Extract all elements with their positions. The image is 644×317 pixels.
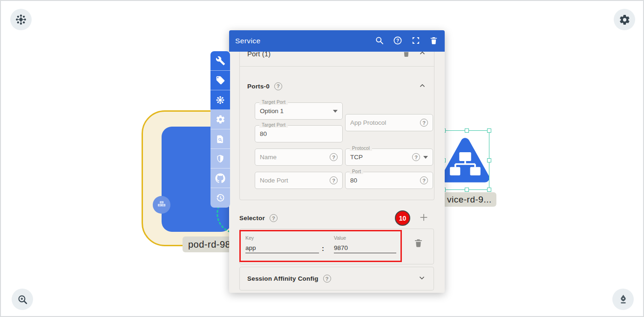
pen-nib-icon [617,294,629,305]
field-value: TCP [350,154,412,161]
help-icon[interactable]: ? [323,275,331,283]
search-icon [375,36,384,47]
toolbar-history-button[interactable] [210,188,230,208]
github-icon [215,173,225,183]
expand-button[interactable] [411,36,420,47]
search-button[interactable] [375,36,384,47]
session-affinity-card: Session Affinity Config ? [239,267,434,290]
node-toolbar [210,51,230,208]
expand-session-affinity-button[interactable] [418,274,426,283]
help-icon[interactable]: ? [330,176,338,184]
selector-value-input[interactable] [334,243,396,253]
delete-port-button[interactable] [402,52,411,59]
modal-body: Port (1) [229,52,445,293]
service-modal: Service ? [229,30,445,293]
selection-handle[interactable] [465,128,469,133]
node-port-field[interactable]: ? [255,172,343,189]
selector-title: Selector [239,215,265,222]
help-icon: ? [393,36,402,47]
gear-icon [619,14,630,26]
field-label: Target Port [259,100,288,105]
modal-header: Service ? [229,30,445,52]
zoom-in-icon [17,294,28,305]
chevron-down-icon [418,274,426,283]
delete-selector-button[interactable] [414,238,423,250]
help-icon[interactable]: ? [330,153,338,161]
app-canvas: pod-rd-98 vice-rd-9... [0,0,644,317]
port-section-title: Port (1) [247,52,271,58]
plus-icon [419,212,429,224]
collapse-port-button[interactable] [418,52,427,59]
trash-icon [414,238,423,250]
key-label: Key [245,235,254,241]
cluster-hub-icon [15,13,27,26]
ports0-title: Ports-0 [247,83,270,90]
collapse-ports0-button[interactable] [418,81,427,91]
session-affinity-title: Session Affinity Config [247,275,319,282]
service-selection-box [443,130,489,190]
field-label: Target Port [259,122,288,128]
help-icon[interactable]: ? [274,82,282,90]
chevron-down-icon [333,110,338,113]
chevron-up-icon [418,81,427,91]
kubernetes-wheel-icon [215,95,225,105]
history-icon [216,193,225,203]
document-search-icon [216,135,225,144]
port-field[interactable]: Port ? [345,172,433,189]
help-button[interactable]: ? [393,36,402,47]
trash-icon [429,36,438,47]
toolbar-edit-button[interactable] [210,51,230,71]
containers-icon [156,199,167,211]
toolbar-kubernetes-button[interactable] [210,90,230,110]
selector-header: Selector ? 10 [239,209,434,227]
settings-button[interactable] [614,9,635,30]
selection-handle[interactable] [465,188,469,192]
protocol-select[interactable]: Protocol TCP ? [345,148,433,166]
toolbar-github-button[interactable] [210,169,230,188]
cluster-menu-button[interactable] [10,9,32,30]
target-port-input[interactable] [260,130,338,137]
target-port-select[interactable]: Target Port Option 1 [255,102,343,120]
modal-title: Service [235,37,260,45]
selector-highlight-box: Key : Value [239,230,402,262]
key-value-separator: : [322,244,324,252]
selector-key-input[interactable] [245,243,319,253]
ports0-fields: Target Port Option 1 Target Port ? [247,97,427,193]
toolbar-settings-button[interactable] [210,110,230,129]
gear-icon [216,115,225,124]
expand-icon [411,36,420,47]
add-selector-button[interactable] [419,212,429,224]
pod-node-label: pod-rd-98 [183,236,236,252]
port-input[interactable] [350,177,420,184]
pen-tool-button[interactable] [612,289,634,310]
node-port-input[interactable] [260,177,330,184]
service-node-label: vice-rd-9... [442,192,496,207]
trash-icon [402,52,411,59]
app-protocol-input[interactable] [350,119,420,126]
toolbar-labels-button[interactable] [210,71,230,90]
app-protocol-field[interactable]: ? [345,114,433,131]
help-icon[interactable]: ? [420,119,428,127]
delete-service-button[interactable] [429,36,438,47]
name-field[interactable]: ? [255,148,343,166]
selection-handle[interactable] [487,128,491,133]
port-section-card: Port (1) [239,52,434,200]
field-label: Port [350,169,363,174]
toolbar-preview-button[interactable] [210,129,230,149]
shield-icon [216,154,225,163]
help-icon[interactable]: ? [412,153,420,161]
name-input[interactable] [260,154,330,161]
toolbar-security-button[interactable] [210,149,230,169]
chevron-down-icon [423,156,428,159]
tag-icon [216,75,225,85]
target-port-field[interactable]: Target Port [255,125,343,142]
help-icon[interactable]: ? [420,176,428,184]
pod-containers-badge[interactable] [153,196,170,214]
wrench-icon [216,56,225,66]
help-icon[interactable]: ? [270,214,278,222]
zoom-button[interactable] [12,289,33,310]
svg-text:?: ? [396,38,399,43]
selection-handle[interactable] [487,188,491,192]
selection-handle[interactable] [487,158,491,162]
selector-row-card: Key : Value [239,229,434,264]
